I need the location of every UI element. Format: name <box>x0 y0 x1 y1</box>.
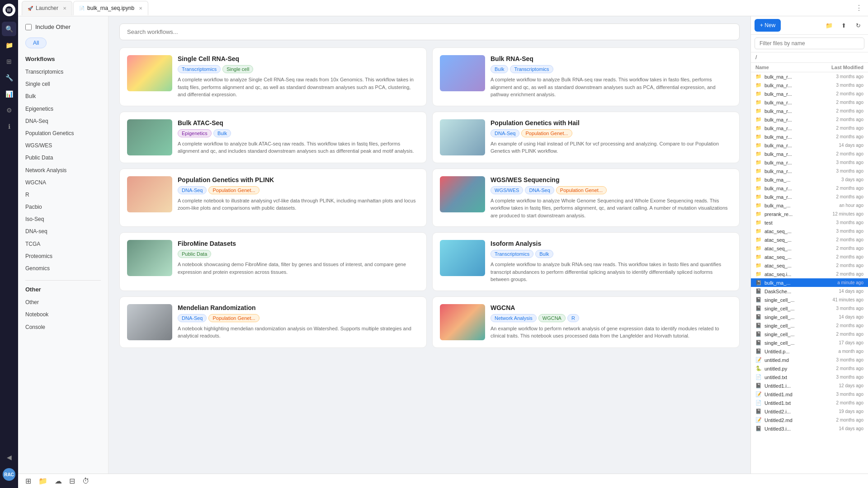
filter-item[interactable]: WGCNA <box>25 177 101 189</box>
file-item[interactable]: 📓Untitled3.i...14 days ago <box>751 424 868 433</box>
workflow-tag[interactable]: Population Genet... <box>208 314 259 322</box>
other-filter-item[interactable]: Notebook <box>25 309 101 321</box>
file-item[interactable]: 📁bulk_rna_r...2 months ago <box>751 124 868 132</box>
filter-item[interactable]: DNA-seq <box>25 225 101 238</box>
file-item[interactable]: 📁atac_seq_...2 months ago <box>751 253 868 261</box>
tab-more-icon[interactable]: ⋮ <box>854 4 864 12</box>
filter-item[interactable]: Epigenetics <box>25 103 101 115</box>
folder-tool-icon[interactable]: 📁 <box>38 477 47 485</box>
file-item[interactable]: 🐍untitled.py2 months ago <box>751 364 868 373</box>
sliders-tool-icon[interactable]: ⊟ <box>69 477 75 485</box>
sidebar-nav-search[interactable]: 🔍 <box>2 22 16 36</box>
grid-tool-icon[interactable]: ⊞ <box>25 477 31 485</box>
sidebar-nav-chart[interactable]: 📊 <box>2 87 16 101</box>
sidebar-nav-files[interactable]: 📁 <box>2 38 16 52</box>
file-item[interactable]: 📓Untitled.p...a month ago <box>751 347 868 356</box>
file-item[interactable]: 📄Untitled1.txt2 months ago <box>751 399 868 407</box>
upload-button[interactable]: ⬆ <box>837 19 850 32</box>
file-item[interactable]: 📓single_cell_...17 days ago <box>751 338 868 347</box>
include-other-checkbox[interactable] <box>25 24 32 30</box>
workflow-tag[interactable]: Population Genet... <box>208 186 259 194</box>
filter-item[interactable]: TCGA <box>25 238 101 250</box>
file-item[interactable]: 📝Untitled2.md2 months ago <box>751 416 868 424</box>
user-avatar[interactable]: RAC <box>3 468 15 481</box>
workflow-tag[interactable]: DNA-Seq <box>178 186 207 194</box>
workflow-card[interactable]: Population Genetics with PLINKDNA-SeqPop… <box>119 169 427 227</box>
file-item[interactable]: 📁bulk_rna_r...2 months ago <box>751 98 868 107</box>
workflow-tag[interactable]: WGCNA <box>538 314 566 322</box>
filter-item[interactable]: Single cell <box>25 78 101 90</box>
workflow-tag[interactable]: Public Data <box>178 250 211 258</box>
workflow-tag[interactable]: Population Genet... <box>521 129 572 137</box>
file-item[interactable]: 📁bulk_rna_r...2 months ago <box>751 89 868 98</box>
file-item[interactable]: 📁atac_seq_...2 months ago <box>751 235 868 244</box>
filter-item[interactable]: WGS/WES <box>25 140 101 152</box>
search-input[interactable] <box>119 23 740 40</box>
file-item[interactable]: 📁prerank_re...12 minutes ago <box>751 210 868 218</box>
tab-launcher[interactable]: 🚀 Launcher ✕ <box>22 1 72 15</box>
workflow-tag[interactable]: Bulk <box>213 129 231 137</box>
file-item[interactable]: 📁bulk_rna_r...3 months ago <box>751 167 868 175</box>
file-item[interactable]: 📁bulk_rna_r...3 months ago <box>751 72 868 81</box>
cloud-tool-icon[interactable]: ☁ <box>55 477 62 485</box>
workflow-tag[interactable]: R <box>567 314 579 322</box>
file-item[interactable]: 📓single_cell_...3 months ago <box>751 304 868 313</box>
filter-item[interactable]: Network Analysis <box>25 164 101 177</box>
file-item[interactable]: 📁atac_seq_...3 months ago <box>751 227 868 235</box>
file-item[interactable]: 📓bulk_rna_...a minute ago <box>751 278 868 287</box>
file-item[interactable]: 📁atac_seq_...2 months ago <box>751 261 868 270</box>
file-item[interactable]: 📓Untitled1.i...12 days ago <box>751 381 868 390</box>
new-file-button[interactable]: + New <box>755 19 781 32</box>
workflow-tag[interactable]: DNA-Seq <box>491 129 519 137</box>
workflow-card[interactable]: FibroMine DatasetsPublic DataA notebook … <box>119 232 427 291</box>
filter-item[interactable]: Transcriptomics <box>25 66 101 78</box>
workflow-tag[interactable]: Single cell <box>222 65 253 73</box>
file-item[interactable]: 📓single_cell_...2 months ago <box>751 321 868 330</box>
workflow-card[interactable]: WGCNANetwork AnalysisWGCNARAn example wo… <box>432 296 740 348</box>
file-item[interactable]: 📓single_cell_...2 months ago <box>751 330 868 338</box>
file-item[interactable]: 📓DaskSche...14 days ago <box>751 287 868 296</box>
tab-launcher-close[interactable]: ✕ <box>63 6 66 11</box>
workflow-tag[interactable]: Bulk <box>491 65 508 73</box>
file-item[interactable]: 📁bulk_rna_r...14 days ago <box>751 141 868 150</box>
workflow-card[interactable]: Mendelian RandomizationDNA-SeqPopulation… <box>119 296 427 348</box>
file-item[interactable]: 📁bulk_rna_r...2 months ago <box>751 115 868 124</box>
filter-item[interactable]: Public Data <box>25 152 101 164</box>
workflow-tag[interactable]: Population Genet... <box>556 186 607 194</box>
filter-item[interactable]: Iso-Seq <box>25 213 101 225</box>
sidebar-nav-info[interactable]: ℹ <box>2 119 16 134</box>
workflow-tag[interactable]: Epigenetics <box>178 129 212 137</box>
file-item[interactable]: 📓single_cell_...14 days ago <box>751 313 868 321</box>
workflow-card[interactable]: Isoform AnalysisTranscriptomicsBulkA com… <box>432 232 740 291</box>
tab-notebook[interactable]: 📄 bulk_rna_seq.ipynb ✕ <box>73 1 148 15</box>
filter-item[interactable]: Proteomics <box>25 250 101 263</box>
file-item[interactable]: 📄untitled.txt3 months ago <box>751 373 868 381</box>
other-filter-item[interactable]: Other <box>25 296 101 309</box>
sidebar-nav-tools[interactable]: 🔧 <box>2 70 16 85</box>
workflow-tag[interactable]: Transcriptomics <box>491 250 533 258</box>
file-item[interactable]: 📁atac_seq_...2 months ago <box>751 244 868 253</box>
workflow-card[interactable]: WGS/WES SequencingWGS/WESDNA-SeqPopulati… <box>432 169 740 227</box>
all-filter-button[interactable]: All <box>25 38 47 48</box>
file-item[interactable]: 📝Untitled1.md3 months ago <box>751 390 868 399</box>
file-item[interactable]: 📁atac_seq.i...2 months ago <box>751 270 868 278</box>
file-item[interactable]: 📁bulk_rna_r...2 months ago <box>751 184 868 192</box>
sidebar-nav-grid[interactable]: ⊞ <box>2 54 16 69</box>
filter-item[interactable]: Pacbio <box>25 201 101 213</box>
file-item[interactable]: 📁bulk_rna_r...2 months ago <box>751 150 868 158</box>
filter-item[interactable]: R <box>25 189 101 201</box>
file-item[interactable]: 📁test3 months ago <box>751 218 868 227</box>
file-item[interactable]: 📁bulk_rna_...an hour ago <box>751 201 868 210</box>
new-folder-button[interactable]: 📁 <box>823 19 835 32</box>
workflow-card[interactable]: Population Genetics with HailDNA-SeqPopu… <box>432 112 740 163</box>
workflow-tag[interactable]: Bulk <box>535 250 553 258</box>
file-item[interactable]: 📁bulk_rna_r...3 months ago <box>751 81 868 89</box>
workflow-tag[interactable]: DNA-Seq <box>525 186 554 194</box>
file-item[interactable]: 📁bulk_rna_r...2 months ago <box>751 107 868 115</box>
filter-item[interactable]: Population Genetics <box>25 127 101 140</box>
filter-item[interactable]: Genomics <box>25 263 101 275</box>
other-filter-item[interactable]: Console <box>25 321 101 333</box>
workflow-tag[interactable]: WGS/WES <box>491 186 523 194</box>
sidebar-nav-settings[interactable]: ⚙ <box>2 103 16 117</box>
file-item[interactable]: 📁bulk_rna_r...2 months ago <box>751 192 868 201</box>
